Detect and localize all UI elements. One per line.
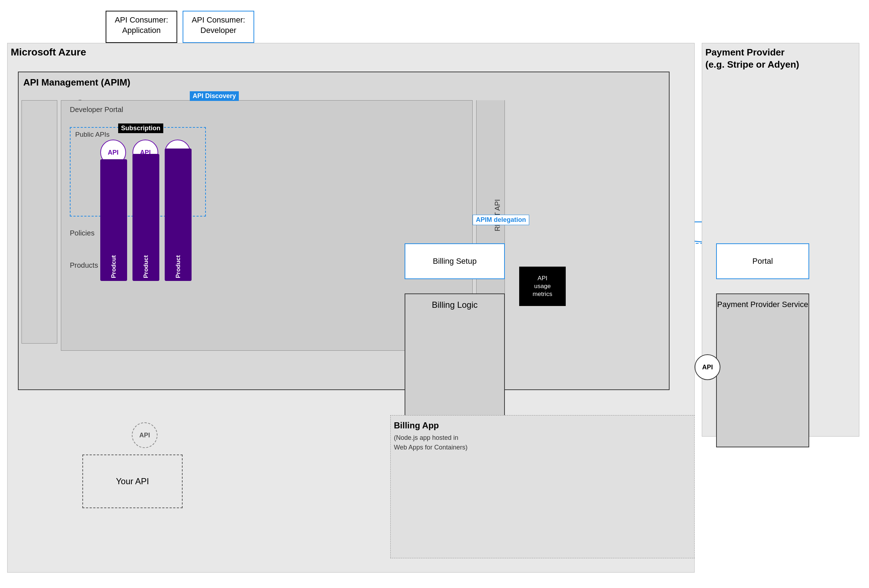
policies-label: Policies — [70, 229, 95, 237]
products-label: Products — [70, 261, 98, 270]
api-circle-billing: API — [695, 354, 721, 380]
api-metrics-box: API usage metrics — [519, 267, 566, 306]
billing-app-label: Billing App — [394, 421, 439, 431]
api-circle-products: API — [132, 422, 157, 448]
product-pillar-1: Prodcut — [100, 159, 127, 281]
api-discovery-label: API Discovery — [190, 91, 239, 101]
billing-setup-box: Billing Setup — [405, 243, 505, 279]
consumer-dev-line2: Developer — [200, 26, 236, 35]
apim-delegation-label: APIM delegation — [473, 215, 529, 225]
product-pillar-3: Product — [165, 148, 191, 281]
dev-portal-label: Developer Portal — [70, 105, 123, 114]
payment-region-line2: (e.g. Stripe or Adyen) — [705, 59, 799, 70]
subscription-label: Subscription — [118, 123, 163, 133]
diagram-container: API Consumer: Application API Consumer: … — [0, 0, 869, 588]
public-apis-label: Public APIs — [75, 130, 110, 139]
apim-label: API Management (APIM) — [23, 77, 130, 88]
analytics-sidebar — [21, 100, 57, 344]
billing-app-sublabel: (Node.js app hosted in Web Apps for Cont… — [394, 433, 468, 452]
azure-label: Microsoft Azure — [11, 46, 86, 58]
consumer-dev-box: API Consumer: Developer — [182, 11, 254, 43]
payment-region-line1: Payment Provider — [705, 47, 784, 58]
portal-box: Portal — [716, 243, 809, 279]
payment-service-box: Payment Provider Service — [716, 293, 809, 447]
your-api-box: Your API — [82, 455, 182, 508]
product-pillar-2: Product — [132, 154, 159, 281]
consumer-dev-line1: API Consumer: — [191, 15, 245, 24]
consumer-app-box: API Consumer: Application — [105, 11, 177, 43]
consumer-app-line1: API Consumer: — [114, 15, 168, 24]
payment-region-label: Payment Provider (e.g. Stripe or Adyen) — [705, 46, 856, 71]
consumer-app-line2: Application — [122, 26, 161, 35]
